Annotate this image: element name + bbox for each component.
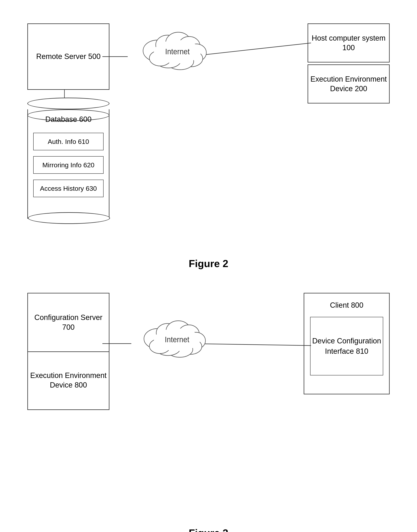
svg-point-11 [149,50,171,66]
svg-point-24 [149,339,170,353]
mirroring-info-label: Mirroring Info 620 [42,161,94,169]
remote-server-box: Remote Server 500 [27,23,109,90]
svg-point-6 [178,37,200,55]
access-history-box: Access History 630 [33,180,104,197]
host-computer-box: Host computer system 100 [308,23,390,62]
svg-point-8 [179,50,203,67]
database-label: Database 600 [27,115,109,124]
figure3-label: Figure 3 [16,527,401,532]
svg-point-7 [187,44,206,61]
database-cylinder: Database 600 Auth. Info 610 Mirroring In… [27,98,109,230]
client-800-label: Client 800 [330,301,363,310]
config-server-box: Configuration Server 700 Execution Envir… [27,293,109,410]
svg-point-10 [156,52,181,68]
svg-point-21 [179,339,202,354]
auth-info-label: Auth. Info 610 [48,138,89,145]
svg-line-15 [191,344,311,346]
exec-env-200-label: Execution Environment Device 200 [308,74,389,94]
svg-point-25 [154,328,200,351]
svg-point-17 [156,323,179,342]
auth-info-box: Auth. Info 610 [33,133,104,150]
exec-env-800-label: Execution Environment Device 800 [28,371,109,390]
figure3-diagram: Configuration Server 700 Execution Envir… [16,281,401,525]
svg-point-12 [154,40,201,63]
svg-point-22 [167,342,193,357]
mirroring-info-box: Mirroring Info 620 [33,156,104,174]
config-server-top: Configuration Server 700 [28,293,109,352]
access-history-label: Access History 630 [40,185,97,192]
svg-point-18 [166,321,191,341]
device-config-label: Device Configuration Interface 810 [311,336,383,356]
figure2-label: Figure 2 [16,258,401,270]
figure2-diagram: Remote Server 500 Host computer system 1… [16,12,401,256]
host-computer-label: Host computer system 100 [308,33,389,53]
config-server-label: Configuration Server 700 [28,313,109,332]
exec-env-200-box: Execution Environment Device 200 [308,64,390,103]
device-config-box: Device Configuration Interface 810 [310,317,383,375]
svg-text:Internet: Internet [165,335,189,344]
cylinder-top-arc [27,98,109,109]
exec-env-800-section: Execution Environment Device 800 [28,352,109,409]
svg-line-2 [188,43,311,57]
client-800-top: Client 800 [304,293,389,317]
database-container: Database 600 Auth. Info 610 Mirroring In… [27,98,109,230]
svg-point-20 [187,332,205,349]
svg-point-3 [143,40,172,61]
svg-point-4 [156,35,179,55]
svg-point-16 [144,329,171,349]
client-800-box: Client 800 Device Configuration Interfac… [304,293,390,394]
svg-point-23 [156,341,180,355]
cylinder-bottom-arc [28,212,110,224]
svg-text:Internet: Internet [165,47,190,56]
svg-point-19 [178,325,199,343]
svg-point-5 [166,32,191,54]
svg-point-9 [167,53,194,70]
remote-server-label: Remote Server 500 [36,52,101,61]
